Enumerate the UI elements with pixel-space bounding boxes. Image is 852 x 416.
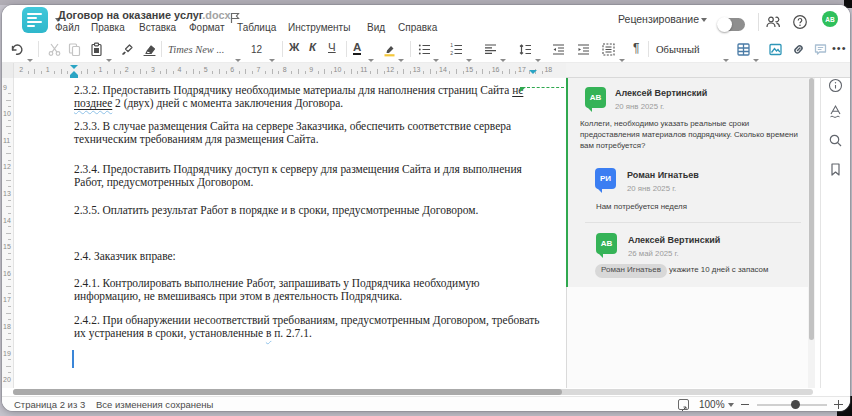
ruler-tick	[8, 253, 11, 254]
ruler-tick	[120, 71, 121, 74]
document-page[interactable]: 2.3.2. Предоставить Подрядчику необходим…	[15, 78, 566, 388]
more-toolbar-button[interactable]: •••	[832, 42, 847, 54]
mention-pill[interactable]: Роман Игнатьев	[595, 264, 667, 278]
review-caret-icon[interactable]	[701, 18, 707, 22]
bookmark-icon[interactable]	[828, 162, 843, 177]
align-button[interactable]	[482, 41, 498, 57]
comments-scrollbar-thumb[interactable]	[809, 78, 814, 340]
spellcheck-icon[interactable]	[828, 104, 843, 119]
right-indent-marker[interactable]	[529, 70, 537, 74]
zoom-caret-icon[interactable]	[728, 403, 734, 407]
fit-page-button[interactable]	[678, 399, 689, 410]
help-icon[interactable]	[792, 14, 808, 30]
font-name-input[interactable]: Times New ...	[168, 44, 224, 55]
zoom-slider[interactable]	[757, 404, 827, 406]
font-color-button[interactable]: А	[353, 41, 361, 55]
paragraph-settings-button[interactable]	[600, 41, 616, 57]
ruler-tick	[423, 71, 424, 74]
doc-line: 2.4.1. Контролировать выполнение Работ, …	[74, 277, 480, 290]
font-size-input[interactable]: 12	[251, 44, 262, 55]
insert-image-button[interactable]	[767, 41, 783, 57]
bullet-list-button[interactable]	[416, 41, 432, 57]
ruler-tick	[6, 366, 11, 367]
doc-line: 2.3.3. В случае размещения Сайта на серв…	[74, 120, 511, 133]
toolbar-separator	[38, 41, 39, 57]
menu-item-4[interactable]: Формат	[189, 22, 225, 33]
ruler-tick	[8, 186, 11, 187]
line-spacing-button[interactable]	[517, 41, 533, 57]
collaboration-users-icon[interactable]	[765, 14, 781, 30]
menu-item-2[interactable]: Правка	[91, 22, 125, 33]
page-indicator[interactable]: Страница 2 из 3	[14, 399, 85, 410]
comment-text: Роман Игнатьев укажите 10 дней с запасом	[595, 264, 809, 278]
ruler-tick	[186, 71, 187, 74]
ruler-tick	[8, 279, 11, 280]
ruler-tick	[8, 173, 11, 174]
ruler-number: 18	[544, 66, 552, 73]
ruler-tick	[542, 71, 543, 74]
ruler-tick	[87, 69, 88, 74]
highlight-color-button[interactable]	[381, 41, 397, 57]
review-mode-label[interactable]: Рецензирование	[618, 13, 699, 25]
info-icon[interactable]	[828, 78, 843, 93]
left-indent-marker[interactable]	[70, 71, 78, 78]
user-avatar[interactable]: АВ	[822, 11, 838, 27]
ruler-tick	[265, 71, 266, 74]
editor-window: Договор на оказание услуг.docx ФайлПравк…	[2, 5, 850, 411]
format-painter-button[interactable]	[119, 41, 135, 57]
app-logo-icon[interactable]	[22, 7, 48, 33]
italic-button[interactable]: К	[309, 41, 316, 53]
insert-table-button[interactable]	[735, 41, 751, 57]
review-toggle[interactable]	[718, 18, 745, 31]
document-workspace: 91011121314151617181920 2.3.2. Предостав…	[2, 78, 850, 388]
toggle-knob	[717, 17, 732, 32]
clear-style-button[interactable]	[141, 41, 157, 57]
undo-button[interactable]	[8, 41, 24, 57]
numbered-list-button[interactable]: 1 2	[448, 41, 464, 57]
horizontal-scrollbar-thumb[interactable]	[13, 389, 562, 395]
ruler-number: 18	[3, 322, 11, 329]
increase-indent-button[interactable]	[575, 41, 591, 57]
decrease-indent-button[interactable]	[550, 41, 566, 57]
ruler-tick	[107, 71, 108, 74]
zoom-value[interactable]: 100%	[699, 399, 725, 410]
underline-button[interactable]: Ч	[328, 41, 336, 53]
ruler-number: 6	[230, 66, 234, 73]
zoom-slider-knob[interactable]	[791, 400, 800, 409]
comment-thread-card[interactable]: АВ Алексей Вертинский 20 янв 2025 г. Кол…	[566, 78, 808, 287]
ruler-tick	[331, 71, 332, 74]
show-paragraph-marks-button[interactable]: ¶	[633, 41, 639, 55]
menu-item-1[interactable]: Файл	[55, 22, 80, 33]
ruler-tick	[430, 69, 431, 74]
search-icon[interactable]	[828, 133, 843, 148]
zoom-out-button[interactable]	[741, 404, 749, 406]
ruler-tick	[489, 71, 490, 74]
ruler-corner-box	[2, 63, 14, 78]
comment-button[interactable]	[812, 41, 828, 57]
ruler-tick	[6, 153, 11, 154]
paste-button[interactable]	[88, 41, 104, 57]
comments-scrollbar[interactable]	[808, 78, 815, 388]
menu-item-6[interactable]: Инструменты	[288, 22, 350, 33]
first-line-indent-marker[interactable]	[70, 65, 78, 69]
horizontal-ruler[interactable]: 21123456789101112131415161718	[2, 63, 850, 78]
insert-link-button[interactable]	[790, 41, 806, 57]
ruler-number: 17	[3, 296, 11, 303]
cut-button[interactable]	[46, 41, 62, 57]
document-title: Договор на оказание услуг.docx	[58, 9, 231, 21]
vertical-ruler[interactable]: 91011121314151617181920	[2, 78, 14, 388]
horizontal-scrollbar[interactable]	[2, 388, 850, 396]
doc-paragraph: 2.4. Заказчик вправе:	[74, 250, 176, 263]
paragraph-style-select[interactable]: Обычный	[656, 44, 700, 55]
menu-item-5[interactable]: Таблица	[237, 22, 276, 33]
menu-item-7[interactable]: Вид	[367, 22, 385, 33]
menu-item-3[interactable]: Вставка	[139, 22, 176, 33]
doc-paragraph: 2.3.2. Предоставить Подрядчику необходим…	[74, 84, 523, 110]
ruler-number: 9	[3, 83, 7, 90]
bold-button[interactable]: Ж	[289, 41, 299, 53]
ruler-number: 8	[283, 66, 287, 73]
svg-text:1: 1	[450, 42, 453, 48]
copy-button[interactable]	[66, 41, 82, 57]
menu-item-8[interactable]: Справка	[398, 22, 437, 33]
ruler-tick	[6, 233, 11, 234]
